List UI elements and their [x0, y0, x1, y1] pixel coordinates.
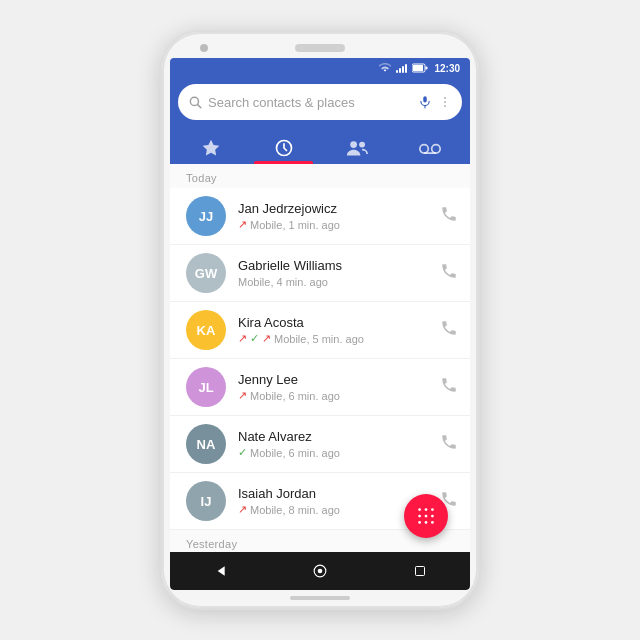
tick-icon: ✓ [238, 446, 247, 459]
arrow-icon: ↗ [262, 332, 271, 345]
bottom-nav [170, 552, 470, 590]
home-indicator [290, 596, 350, 600]
contact-name: Gabrielle Williams [238, 258, 428, 275]
avatar: JJ [186, 196, 226, 236]
svg-rect-28 [416, 567, 425, 576]
svg-point-8 [444, 101, 446, 103]
svg-point-20 [425, 515, 428, 518]
svg-point-19 [418, 515, 421, 518]
status-bar: 12:30 [170, 58, 470, 78]
wifi-icon [379, 63, 391, 73]
contact-detail: ↗ Mobile, 6 min. ago [238, 389, 428, 402]
svg-point-12 [359, 142, 365, 148]
contact-name: Nate Alvarez [238, 429, 428, 446]
battery-icon [412, 63, 428, 73]
svg-point-11 [350, 141, 357, 148]
arrow-icon: ↗ [238, 218, 247, 231]
svg-point-21 [431, 515, 434, 518]
status-icons: 12:30 [379, 63, 460, 74]
arrow-icon: ↗ [238, 389, 247, 402]
svg-point-16 [418, 508, 421, 511]
svg-point-23 [425, 521, 428, 524]
phone-outer: 12:30 Search contacts & places [160, 30, 480, 610]
back-button[interactable] [205, 556, 235, 586]
list-item[interactable]: KA Kira Acosta ↗ ✓ ↗ Mobile, 5 min. ago [170, 302, 470, 359]
phone-camera [200, 44, 208, 52]
svg-line-4 [198, 105, 201, 108]
list-item[interactable]: GW Gabrielle Williams Mobile, 4 min. ago [170, 245, 470, 302]
arrow-icon: ↗ [238, 332, 247, 345]
dialpad-icon [415, 505, 437, 527]
contact-name: Isaiah Jordan [238, 486, 428, 503]
section-today-label: Today [170, 164, 470, 188]
avatar: JL [186, 367, 226, 407]
svg-point-27 [318, 569, 323, 574]
call-icon[interactable] [440, 319, 458, 341]
svg-point-7 [444, 97, 446, 99]
call-icon[interactable] [440, 262, 458, 284]
contact-info: Jan Jedrzejowicz ↗ Mobile, 1 min. ago [238, 201, 428, 232]
phone-screen: 12:30 Search contacts & places [170, 58, 470, 590]
svg-point-9 [444, 105, 446, 107]
tab-contacts[interactable] [320, 128, 393, 164]
svg-point-18 [431, 508, 434, 511]
search-bar[interactable]: Search contacts & places [178, 84, 462, 120]
avatar: NA [186, 424, 226, 464]
contact-detail: ✓ Mobile, 6 min. ago [238, 446, 428, 459]
contact-info: Isaiah Jordan ↗ Mobile, 8 min. ago [238, 486, 428, 517]
avatar: KA [186, 310, 226, 350]
contact-info: Kira Acosta ↗ ✓ ↗ Mobile, 5 min. ago [238, 315, 428, 346]
arrow-icon: ↗ [238, 503, 247, 516]
svg-point-22 [418, 521, 421, 524]
svg-point-13 [419, 145, 427, 153]
detail-text: Mobile, 6 min. ago [250, 447, 340, 459]
detail-text: Mobile, 1 min. ago [250, 219, 340, 231]
contact-name: Kira Acosta [238, 315, 428, 332]
more-options-icon[interactable] [438, 95, 452, 109]
avatar: GW [186, 253, 226, 293]
avatar: IJ [186, 481, 226, 521]
contact-info: Gabrielle Williams Mobile, 4 min. ago [238, 258, 428, 288]
status-time: 12:30 [434, 63, 460, 74]
svg-rect-1 [413, 65, 423, 71]
phone-bottom-bar [170, 596, 470, 600]
contact-detail: ↗ ✓ ↗ Mobile, 5 min. ago [238, 332, 428, 345]
contact-detail: ↗ Mobile, 1 min. ago [238, 218, 428, 231]
svg-point-24 [431, 521, 434, 524]
svg-rect-2 [426, 67, 428, 70]
phone-top-bar [170, 44, 470, 52]
svg-marker-25 [218, 566, 225, 575]
tab-voicemail[interactable] [393, 129, 466, 163]
list-item[interactable]: JL Jenny Lee ↗ Mobile, 6 min. ago [170, 359, 470, 416]
phone-speaker [295, 44, 345, 52]
mic-icon[interactable] [418, 95, 432, 109]
contact-detail: Mobile, 4 min. ago [238, 276, 428, 288]
tab-favorites[interactable] [174, 128, 247, 164]
list-item[interactable]: JJ Jan Jedrzejowicz ↗ Mobile, 1 min. ago [170, 188, 470, 245]
recent-apps-button[interactable] [405, 556, 435, 586]
contact-name: Jenny Lee [238, 372, 428, 389]
detail-text: Mobile, 4 min. ago [238, 276, 328, 288]
list-item[interactable]: NA Nate Alvarez ✓ Mobile, 6 min. ago [170, 416, 470, 473]
detail-text: Mobile, 5 min. ago [274, 333, 364, 345]
contact-name: Jan Jedrzejowicz [238, 201, 428, 218]
call-icon[interactable] [440, 376, 458, 398]
signal-icon [396, 63, 407, 73]
detail-text: Mobile, 6 min. ago [250, 390, 340, 402]
contact-detail: ↗ Mobile, 8 min. ago [238, 503, 428, 516]
call-icon[interactable] [440, 205, 458, 227]
contact-info: Jenny Lee ↗ Mobile, 6 min. ago [238, 372, 428, 403]
contact-info: Nate Alvarez ✓ Mobile, 6 min. ago [238, 429, 428, 460]
tick-icon: ✓ [250, 332, 259, 345]
dialpad-fab[interactable] [404, 494, 448, 538]
detail-text: Mobile, 8 min. ago [250, 504, 340, 516]
svg-rect-5 [423, 96, 427, 102]
search-icon [188, 95, 202, 109]
svg-point-17 [425, 508, 428, 511]
tab-recents[interactable] [247, 128, 320, 164]
svg-point-14 [431, 145, 439, 153]
search-bar-container: Search contacts & places [170, 78, 470, 128]
call-icon[interactable] [440, 433, 458, 455]
nav-tabs [170, 128, 470, 164]
home-button[interactable] [305, 556, 335, 586]
